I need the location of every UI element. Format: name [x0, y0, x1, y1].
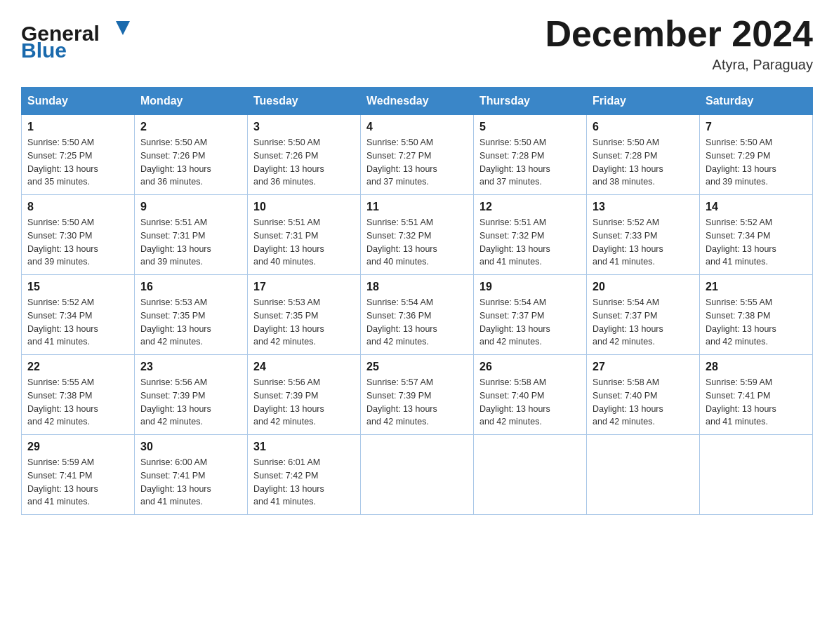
day-number: 14	[706, 201, 807, 213]
calendar-cell: 22Sunrise: 5:55 AMSunset: 7:38 PMDayligh…	[22, 355, 135, 435]
calendar-cell: 3Sunrise: 5:50 AMSunset: 7:26 PMDaylight…	[248, 115, 361, 195]
calendar-cell: 30Sunrise: 6:00 AMSunset: 7:41 PMDayligh…	[135, 435, 248, 515]
day-info: Sunrise: 5:54 AMSunset: 7:37 PMDaylight:…	[479, 296, 581, 349]
day-info: Sunrise: 5:56 AMSunset: 7:39 PMDaylight:…	[140, 376, 241, 429]
calendar-cell: 8Sunrise: 5:50 AMSunset: 7:30 PMDaylight…	[22, 195, 135, 275]
day-number: 25	[366, 361, 468, 373]
logo: General Blue	[21, 14, 133, 63]
day-info: Sunrise: 5:50 AMSunset: 7:27 PMDaylight:…	[366, 136, 468, 189]
calendar-week-row: 22Sunrise: 5:55 AMSunset: 7:38 PMDayligh…	[22, 355, 813, 435]
calendar-cell: 15Sunrise: 5:52 AMSunset: 7:34 PMDayligh…	[22, 275, 135, 355]
day-number: 19	[479, 281, 581, 293]
day-info: Sunrise: 5:58 AMSunset: 7:40 PMDaylight:…	[593, 376, 694, 429]
calendar-cell	[587, 435, 700, 515]
calendar-cell	[700, 435, 813, 515]
weekday-header-sunday: Sunday	[22, 88, 135, 115]
day-info: Sunrise: 5:54 AMSunset: 7:36 PMDaylight:…	[366, 296, 468, 349]
calendar-cell: 10Sunrise: 5:51 AMSunset: 7:31 PMDayligh…	[248, 195, 361, 275]
weekday-header-thursday: Thursday	[474, 88, 587, 115]
day-number: 2	[140, 121, 241, 133]
calendar-cell: 14Sunrise: 5:52 AMSunset: 7:34 PMDayligh…	[700, 195, 813, 275]
day-info: Sunrise: 5:53 AMSunset: 7:35 PMDaylight:…	[140, 296, 241, 349]
day-info: Sunrise: 5:52 AMSunset: 7:34 PMDaylight:…	[27, 296, 128, 349]
day-number: 30	[140, 441, 241, 453]
calendar-cell: 27Sunrise: 5:58 AMSunset: 7:40 PMDayligh…	[587, 355, 700, 435]
calendar-week-row: 29Sunrise: 5:59 AMSunset: 7:41 PMDayligh…	[22, 435, 813, 515]
day-number: 31	[253, 441, 355, 453]
calendar-week-row: 8Sunrise: 5:50 AMSunset: 7:30 PMDaylight…	[22, 195, 813, 275]
day-info: Sunrise: 5:50 AMSunset: 7:26 PMDaylight:…	[253, 136, 355, 189]
calendar-cell: 24Sunrise: 5:56 AMSunset: 7:39 PMDayligh…	[248, 355, 361, 435]
logo-svg: General Blue	[21, 14, 133, 63]
day-number: 11	[366, 201, 468, 213]
calendar-cell: 12Sunrise: 5:51 AMSunset: 7:32 PMDayligh…	[474, 195, 587, 275]
calendar-cell: 17Sunrise: 5:53 AMSunset: 7:35 PMDayligh…	[248, 275, 361, 355]
day-info: Sunrise: 5:58 AMSunset: 7:40 PMDaylight:…	[479, 376, 581, 429]
day-info: Sunrise: 5:50 AMSunset: 7:30 PMDaylight:…	[27, 216, 128, 269]
day-info: Sunrise: 5:50 AMSunset: 7:28 PMDaylight:…	[479, 136, 581, 189]
location: Atyra, Paraguay	[545, 57, 813, 73]
day-number: 27	[593, 361, 694, 373]
day-number: 23	[140, 361, 241, 373]
day-info: Sunrise: 5:54 AMSunset: 7:37 PMDaylight:…	[593, 296, 694, 349]
calendar-cell: 16Sunrise: 5:53 AMSunset: 7:35 PMDayligh…	[135, 275, 248, 355]
day-number: 7	[706, 121, 807, 133]
day-number: 15	[27, 281, 128, 293]
day-number: 6	[593, 121, 694, 133]
calendar-cell	[361, 435, 474, 515]
calendar-cell: 20Sunrise: 5:54 AMSunset: 7:37 PMDayligh…	[587, 275, 700, 355]
calendar-cell: 7Sunrise: 5:50 AMSunset: 7:29 PMDaylight…	[700, 115, 813, 195]
day-info: Sunrise: 5:55 AMSunset: 7:38 PMDaylight:…	[706, 296, 807, 349]
calendar-cell: 25Sunrise: 5:57 AMSunset: 7:39 PMDayligh…	[361, 355, 474, 435]
day-info: Sunrise: 5:51 AMSunset: 7:32 PMDaylight:…	[366, 216, 468, 269]
calendar-cell: 13Sunrise: 5:52 AMSunset: 7:33 PMDayligh…	[587, 195, 700, 275]
day-info: Sunrise: 5:51 AMSunset: 7:31 PMDaylight:…	[140, 216, 241, 269]
calendar-cell: 1Sunrise: 5:50 AMSunset: 7:25 PMDaylight…	[22, 115, 135, 195]
calendar-cell: 11Sunrise: 5:51 AMSunset: 7:32 PMDayligh…	[361, 195, 474, 275]
calendar-cell: 23Sunrise: 5:56 AMSunset: 7:39 PMDayligh…	[135, 355, 248, 435]
day-number: 21	[706, 281, 807, 293]
calendar-cell: 31Sunrise: 6:01 AMSunset: 7:42 PMDayligh…	[248, 435, 361, 515]
weekday-header-monday: Monday	[135, 88, 248, 115]
calendar-cell: 21Sunrise: 5:55 AMSunset: 7:38 PMDayligh…	[700, 275, 813, 355]
day-number: 3	[253, 121, 355, 133]
weekday-header-tuesday: Tuesday	[248, 88, 361, 115]
svg-marker-1	[116, 21, 130, 35]
day-number: 24	[253, 361, 355, 373]
calendar-cell: 2Sunrise: 5:50 AMSunset: 7:26 PMDaylight…	[135, 115, 248, 195]
calendar-cell: 29Sunrise: 5:59 AMSunset: 7:41 PMDayligh…	[22, 435, 135, 515]
day-number: 17	[253, 281, 355, 293]
day-info: Sunrise: 5:50 AMSunset: 7:28 PMDaylight:…	[593, 136, 694, 189]
calendar-week-row: 15Sunrise: 5:52 AMSunset: 7:34 PMDayligh…	[22, 275, 813, 355]
day-info: Sunrise: 5:53 AMSunset: 7:35 PMDaylight:…	[253, 296, 355, 349]
calendar-cell: 26Sunrise: 5:58 AMSunset: 7:40 PMDayligh…	[474, 355, 587, 435]
calendar-cell	[474, 435, 587, 515]
weekday-header-wednesday: Wednesday	[361, 88, 474, 115]
title-block: December 2024 Atyra, Paraguay	[545, 14, 813, 73]
day-info: Sunrise: 5:56 AMSunset: 7:39 PMDaylight:…	[253, 376, 355, 429]
day-number: 18	[366, 281, 468, 293]
day-number: 10	[253, 201, 355, 213]
day-info: Sunrise: 5:55 AMSunset: 7:38 PMDaylight:…	[27, 376, 128, 429]
day-info: Sunrise: 5:50 AMSunset: 7:29 PMDaylight:…	[706, 136, 807, 189]
calendar-table: SundayMondayTuesdayWednesdayThursdayFrid…	[21, 87, 813, 515]
day-number: 9	[140, 201, 241, 213]
calendar-cell: 4Sunrise: 5:50 AMSunset: 7:27 PMDaylight…	[361, 115, 474, 195]
day-number: 16	[140, 281, 241, 293]
day-number: 12	[479, 201, 581, 213]
day-number: 28	[706, 361, 807, 373]
day-info: Sunrise: 5:51 AMSunset: 7:32 PMDaylight:…	[479, 216, 581, 269]
calendar-cell: 18Sunrise: 5:54 AMSunset: 7:36 PMDayligh…	[361, 275, 474, 355]
day-info: Sunrise: 5:51 AMSunset: 7:31 PMDaylight:…	[253, 216, 355, 269]
calendar-cell: 9Sunrise: 5:51 AMSunset: 7:31 PMDaylight…	[135, 195, 248, 275]
day-info: Sunrise: 5:52 AMSunset: 7:33 PMDaylight:…	[593, 216, 694, 269]
calendar-cell: 19Sunrise: 5:54 AMSunset: 7:37 PMDayligh…	[474, 275, 587, 355]
day-info: Sunrise: 5:50 AMSunset: 7:25 PMDaylight:…	[27, 136, 128, 189]
calendar-header-row: SundayMondayTuesdayWednesdayThursdayFrid…	[22, 88, 813, 115]
weekday-header-friday: Friday	[587, 88, 700, 115]
day-info: Sunrise: 5:50 AMSunset: 7:26 PMDaylight:…	[140, 136, 241, 189]
day-number: 4	[366, 121, 468, 133]
calendar-cell: 6Sunrise: 5:50 AMSunset: 7:28 PMDaylight…	[587, 115, 700, 195]
day-number: 22	[27, 361, 128, 373]
day-number: 20	[593, 281, 694, 293]
